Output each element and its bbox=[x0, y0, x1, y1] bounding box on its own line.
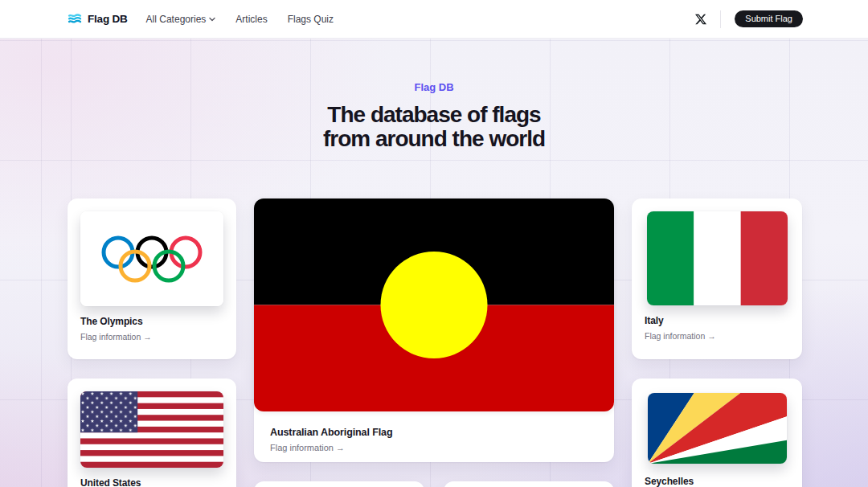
top-nav-bar: Flag DB All Categories Articles Flags Qu… bbox=[0, 0, 868, 39]
seychelles-flag-image bbox=[648, 393, 787, 464]
page-title: The database of flagsfrom around the wor… bbox=[0, 103, 868, 151]
aboriginal-flag-image bbox=[254, 198, 614, 411]
flag-card-partial-2[interactable] bbox=[444, 481, 614, 487]
grid-column-middle: Australian Aboriginal Flag Flag informat… bbox=[254, 198, 614, 487]
flag-db-page: Flag DB All Categories Articles Flags Qu… bbox=[0, 0, 868, 487]
flag-card-italy[interactable]: Italy Flag information → bbox=[632, 198, 802, 359]
nav-label: All Categories bbox=[146, 14, 207, 25]
main-nav: All Categories Articles Flags Quiz bbox=[146, 14, 334, 25]
card-title: United States bbox=[80, 477, 223, 487]
brand-logo[interactable]: Flag DB bbox=[68, 12, 128, 26]
waving-flag-icon bbox=[68, 12, 82, 26]
submit-flag-button[interactable]: Submit Flag bbox=[735, 10, 803, 27]
hero-section: Flag DB The database of flagsfrom around… bbox=[0, 39, 868, 151]
flag-card-olympics[interactable]: The Olympics Flag information → bbox=[68, 198, 236, 359]
hero-eyebrow: Flag DB bbox=[0, 81, 868, 93]
flag-information-link[interactable]: Flag information → bbox=[80, 332, 223, 342]
brand-name: Flag DB bbox=[88, 13, 128, 25]
chevron-down-icon bbox=[209, 17, 215, 22]
flag-card-aboriginal[interactable]: Australian Aboriginal Flag Flag informat… bbox=[254, 198, 614, 462]
header-actions: Submit Flag bbox=[695, 10, 803, 28]
nav-label: Flags Quiz bbox=[288, 14, 334, 25]
usa-flag-image bbox=[80, 391, 223, 468]
flag-information-link[interactable]: Flag information → bbox=[270, 443, 598, 453]
nav-item-all-categories[interactable]: All Categories bbox=[146, 14, 216, 25]
flag-card-usa[interactable]: United States Flag information → bbox=[68, 379, 236, 487]
x-twitter-icon[interactable] bbox=[695, 14, 706, 25]
grid-column-left: The Olympics Flag information → bbox=[68, 198, 236, 487]
header-divider bbox=[720, 10, 721, 28]
nav-item-flags-quiz[interactable]: Flags Quiz bbox=[288, 14, 334, 25]
card-text-area: Australian Aboriginal Flag Flag informat… bbox=[254, 411, 614, 453]
main-content: Flag DB The database of flagsfrom around… bbox=[0, 39, 868, 487]
card-title: Italy bbox=[645, 315, 789, 326]
nav-label: Articles bbox=[235, 14, 267, 25]
olympics-flag-image bbox=[80, 211, 223, 306]
flag-information-link[interactable]: Flag information → bbox=[645, 331, 789, 342]
flag-card-partial-1[interactable] bbox=[254, 481, 424, 487]
card-title: Australian Aboriginal Flag bbox=[270, 427, 598, 438]
grid-column-right: Italy Flag information → Seychelles bbox=[632, 198, 802, 487]
flag-card-seychelles[interactable]: Seychelles Flag information → bbox=[632, 379, 802, 487]
card-title: The Olympics bbox=[80, 316, 223, 327]
card-title: Seychelles bbox=[645, 476, 789, 487]
title-line-1: The database of flags bbox=[327, 102, 540, 127]
flag-card-grid: The Olympics Flag information → bbox=[68, 198, 802, 487]
nav-item-articles[interactable]: Articles bbox=[235, 14, 267, 25]
italy-flag-image bbox=[647, 211, 788, 305]
title-line-2: from around the world bbox=[323, 126, 545, 151]
grid-row-partial bbox=[254, 481, 614, 487]
